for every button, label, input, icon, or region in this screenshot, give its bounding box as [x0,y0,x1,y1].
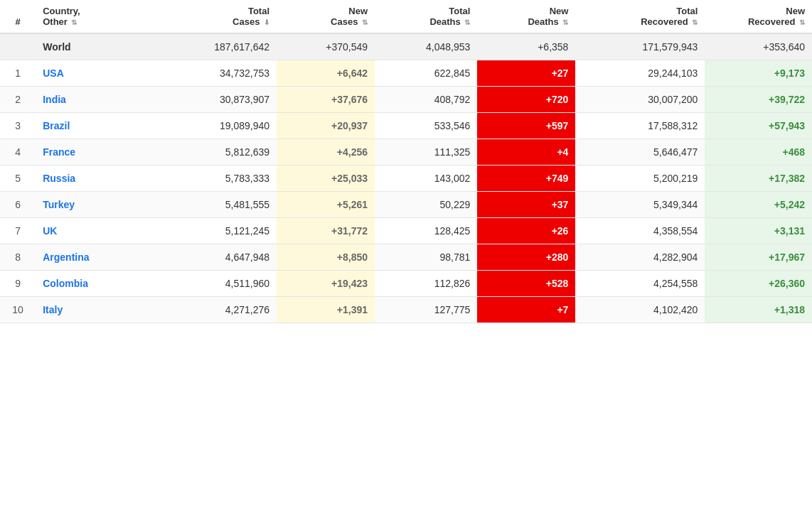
new-deaths-header[interactable]: NewDeaths ⇅ [477,0,575,33]
total-deaths-cell: 112,826 [375,271,477,297]
total-deaths-cell: 622,845 [375,60,477,87]
country-link[interactable]: Colombia [43,278,88,289]
country-link[interactable]: Argentina [43,251,89,263]
country-link[interactable]: Turkey [43,199,75,210]
total-recovered-cell: 4,358,554 [575,218,705,244]
country-cell[interactable]: Turkey [36,192,161,218]
total-deaths-cell: 111,325 [375,139,477,166]
table-row: 10 Italy 4,271,276 +1,391 127,775 +7 4,1… [0,297,812,323]
new-cases-cell: +5,261 [277,192,375,218]
new-recovered-cell: +17,967 [705,244,812,271]
rank-header[interactable]: # [0,0,36,33]
total-recovered-cell: 5,349,344 [575,192,705,218]
new-cases-cell: +25,033 [277,166,375,192]
total-cases-header[interactable]: TotalCases ⬇ [161,0,277,33]
total-recovered-cell: 5,200,219 [575,166,705,192]
total-recovered-cell: 29,244,103 [575,60,705,87]
total-cases-cell: 5,121,245 [161,218,277,244]
country-link[interactable]: USA [43,67,64,79]
rank-cell: 5 [0,166,36,192]
new-cases-cell: +37,676 [277,87,375,113]
rank-cell: 3 [0,113,36,139]
country-sort-icon: ⇅ [71,18,77,26]
country-link[interactable]: India [43,94,66,105]
rank-cell: 9 [0,271,36,297]
country-cell[interactable]: India [36,87,161,113]
total-deaths-header[interactable]: TotalDeaths ⇅ [375,0,477,33]
country-cell[interactable]: UK [36,218,161,244]
new-cases-header[interactable]: NewCases ⇅ [277,0,375,33]
new-recovered-cell: +39,722 [705,87,812,113]
country-cell[interactable]: Brazil [36,113,161,139]
new-recovered-sort-icon: ⇅ [799,18,805,26]
country-cell[interactable]: Italy [36,297,161,323]
total-deaths-cell: 408,792 [375,87,477,113]
total-deaths-cell: 127,775 [375,297,477,323]
new-recovered-cell: +57,943 [705,113,812,139]
new-cases-cell: +6,642 [277,60,375,87]
total-cases-cell: 5,783,333 [161,166,277,192]
new-recovered-header[interactable]: NewRecovered ⇅ [705,0,812,33]
new-recovered-cell: +468 [705,139,812,166]
total-recovered-header[interactable]: TotalRecovered ⇅ [575,0,705,33]
total-deaths-cell: 50,229 [375,192,477,218]
total-cases-cell: 19,089,940 [161,113,277,139]
new-deaths-cell: +749 [477,166,575,192]
total-recovered-cell: 30,007,200 [575,87,705,113]
rank-cell: 8 [0,244,36,271]
country-link[interactable]: France [43,146,75,158]
new-deaths-cell: +597 [477,113,575,139]
rank-cell: 1 [0,60,36,87]
world-total-recovered: 171,579,943 [575,33,705,60]
new-recovered-cell: +26,360 [705,271,812,297]
country-cell[interactable]: France [36,139,161,166]
total-deaths-cell: 128,425 [375,218,477,244]
new-cases-cell: +20,937 [277,113,375,139]
new-cases-cell: +19,423 [277,271,375,297]
rank-cell: 2 [0,87,36,113]
rank-cell: 6 [0,192,36,218]
country-cell[interactable]: Colombia [36,271,161,297]
total-cases-cell: 5,481,555 [161,192,277,218]
country-link[interactable]: Russia [43,173,75,184]
new-deaths-cell: +4 [477,139,575,166]
total-cases-cell: 5,812,639 [161,139,277,166]
total-recovered-sort-icon: ⇅ [692,18,698,26]
covid-stats-table: # Country,Other ⇅ TotalCases ⬇ NewCases … [0,0,812,323]
new-deaths-cell: +26 [477,218,575,244]
table-row: 6 Turkey 5,481,555 +5,261 50,229 +37 5,3… [0,192,812,218]
new-cases-cell: +31,772 [277,218,375,244]
country-cell[interactable]: Russia [36,166,161,192]
rank-cell: 7 [0,218,36,244]
total-cases-cell: 4,647,948 [161,244,277,271]
total-recovered-cell: 17,588,312 [575,113,705,139]
total-cases-cell: 4,511,960 [161,271,277,297]
total-recovered-cell: 5,646,477 [575,139,705,166]
country-link[interactable]: Brazil [43,120,70,131]
total-recovered-cell: 4,254,558 [575,271,705,297]
new-cases-cell: +8,850 [277,244,375,271]
rank-cell: 4 [0,139,36,166]
total-deaths-cell: 98,781 [375,244,477,271]
total-recovered-cell: 4,102,420 [575,297,705,323]
rank-cell: 10 [0,297,36,323]
new-cases-cell: +1,391 [277,297,375,323]
country-cell[interactable]: Argentina [36,244,161,271]
total-deaths-cell: 143,002 [375,166,477,192]
new-deaths-cell: +37 [477,192,575,218]
world-new-deaths: +6,358 [477,33,575,60]
new-deaths-sort-icon: ⇅ [562,18,568,26]
total-cases-sort-icon: ⬇ [264,18,269,26]
new-cases-cell: +4,256 [277,139,375,166]
total-cases-cell: 30,873,907 [161,87,277,113]
table-row: 9 Colombia 4,511,960 +19,423 112,826 +52… [0,271,812,297]
country-cell[interactable]: USA [36,60,161,87]
total-deaths-cell: 533,546 [375,113,477,139]
country-link[interactable]: UK [43,225,57,237]
new-deaths-cell: +27 [477,60,575,87]
country-link[interactable]: Italy [43,304,63,315]
world-new-recovered: +353,640 [705,33,812,60]
country-header[interactable]: Country,Other ⇅ [36,0,161,33]
world-total-deaths: 4,048,953 [375,33,477,60]
world-new-cases: +370,549 [277,33,375,60]
